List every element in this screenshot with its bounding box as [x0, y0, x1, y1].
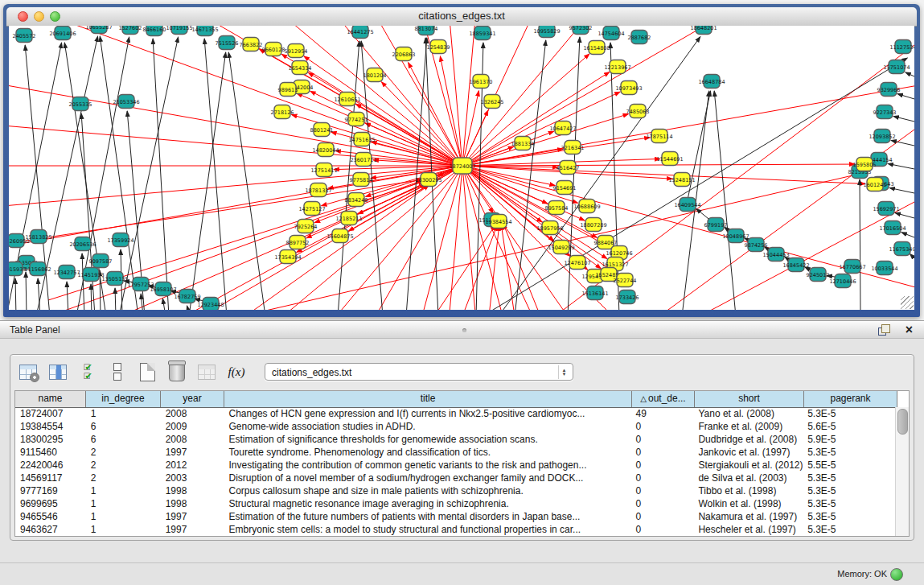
- citation-edge-red[interactable]: [700, 202, 914, 310]
- network-node[interactable]: 14754604: [598, 27, 624, 40]
- network-node[interactable]: 7515526: [216, 36, 239, 50]
- network-node[interactable]: 11127534: [889, 40, 914, 54]
- table-scrollbar[interactable]: [895, 407, 909, 536]
- citation-edge-red[interactable]: [462, 225, 497, 310]
- citation-edge-red[interactable]: [364, 166, 462, 310]
- function-builder-button[interactable]: f(x): [225, 360, 248, 383]
- network-node-selected[interactable]: 7485063: [626, 105, 650, 118]
- network-node[interactable]: 10955829: [533, 26, 560, 38]
- citation-edge-red[interactable]: [16, 179, 422, 242]
- network-canvas[interactable]: 2405572206914061065528715276028466160107…: [9, 26, 914, 310]
- citation-edge-black[interactable]: [714, 91, 736, 310]
- column-header-title[interactable]: title: [224, 391, 632, 407]
- network-node-selected[interactable]: 4516427: [556, 161, 580, 175]
- network-node-selected[interactable]: 1326245: [481, 95, 504, 109]
- network-node-selected[interactable]: 17875114: [646, 130, 672, 143]
- table-row[interactable]: 2242004622012Investigating the contribut…: [15, 459, 896, 472]
- network-node-selected[interactable]: 11544691: [656, 152, 683, 166]
- float-panel-button[interactable]: [878, 324, 890, 336]
- network-node[interactable]: 6799197: [704, 218, 728, 232]
- network-node-selected[interactable]: 8801241: [310, 123, 334, 137]
- network-node-selected[interactable]: 14751635: [348, 133, 375, 146]
- table-row[interactable]: 911546021997Tourette syndrome. Phenomeno…: [15, 446, 896, 459]
- memory-indicator[interactable]: [890, 568, 903, 581]
- network-node-selected[interactable]: 989613: [278, 83, 298, 97]
- network-node[interactable]: 20691406: [49, 27, 76, 40]
- citation-edge-black[interactable]: [515, 40, 546, 310]
- window-resize-grip[interactable]: [901, 296, 914, 309]
- network-node-selected[interactable]: 12213967: [604, 60, 630, 74]
- citation-edge-black[interactable]: [91, 284, 92, 310]
- table-row[interactable]: 1938455462009Genome-wide association stu…: [15, 420, 896, 433]
- network-node[interactable]: 21053346: [113, 95, 139, 109]
- table-panel-header[interactable]: Table Panel ×: [0, 320, 924, 339]
- citation-edge-black[interactable]: [688, 91, 711, 200]
- column-header-out_de[interactable]: △out_de...: [632, 391, 695, 407]
- network-node-selected[interactable]: 10688609: [573, 200, 600, 213]
- close-panel-button[interactable]: ×: [906, 322, 913, 338]
- network-node[interactable]: 16770667: [839, 260, 865, 274]
- citation-edge-red[interactable]: [440, 56, 462, 166]
- network-node-selected[interactable]: 1595805: [853, 158, 877, 171]
- network-node-selected[interactable]: 1961370: [470, 75, 493, 89]
- network-node-selected[interactable]: 8957584: [545, 201, 569, 215]
- column-header-in_degree[interactable]: in_degree: [86, 391, 161, 407]
- citation-edge-red[interactable]: [245, 185, 429, 310]
- citation-edge-black[interactable]: [893, 116, 914, 122]
- network-node[interactable]: 14671355: [191, 26, 218, 36]
- citation-edge-black[interactable]: [897, 94, 914, 99]
- network-node[interactable]: 12342757: [53, 266, 80, 279]
- network-node[interactable]: 2887682: [628, 31, 651, 44]
- citation-edge-black[interactable]: [910, 253, 914, 258]
- network-node-selected[interactable]: 1601241: [864, 178, 887, 192]
- network-node-selected[interactable]: 18807289: [580, 218, 606, 232]
- citation-edge-red[interactable]: [462, 164, 855, 166]
- citation-edge-red[interactable]: [462, 166, 865, 183]
- citation-edge-red[interactable]: [462, 114, 629, 166]
- network-node-selected[interactable]: 8897752: [286, 236, 310, 249]
- network-node-selected[interactable]: 15248151: [668, 173, 695, 187]
- network-node[interactable]: 1527602: [119, 26, 142, 35]
- network-node-selected[interactable]: 7925264: [294, 220, 318, 233]
- network-desktop[interactable]: citations_edges.txt 24055722069140610655…: [0, 0, 924, 320]
- network-node-selected[interactable]: 1881334: [511, 137, 535, 150]
- network-node-selected[interactable]: 3216341: [561, 141, 585, 154]
- network-node[interactable]: 16441275: [347, 26, 373, 39]
- network-graph[interactable]: 2405572206914061065528715276028466160107…: [9, 26, 914, 310]
- network-node[interactable]: 12923448: [197, 298, 224, 311]
- new-table-button[interactable]: [136, 360, 158, 383]
- citation-edge-black[interactable]: [115, 288, 116, 310]
- network-node[interactable]: 15751074: [883, 60, 910, 74]
- citation-edge-black[interactable]: [67, 282, 68, 310]
- network-node[interactable]: 11675349: [889, 242, 914, 256]
- citation-edge-black[interactable]: [889, 187, 914, 193]
- network-node[interactable]: 9227343: [873, 105, 897, 119]
- network-node[interactable]: 13505135: [101, 272, 128, 286]
- table-row[interactable]: 1830029562008Estimation of significance …: [15, 433, 896, 446]
- citation-edge-black[interactable]: [15, 278, 16, 310]
- table-row[interactable]: 969969511998Structural magnetic resonanc…: [15, 497, 896, 510]
- citation-edge-black[interactable]: [888, 163, 914, 169]
- citation-edge-black[interactable]: [162, 299, 166, 310]
- show-columns-button[interactable]: [47, 360, 69, 383]
- network-node-selected[interactable]: 2206863: [392, 47, 416, 61]
- column-header-pagerank[interactable]: pagerank: [804, 391, 897, 407]
- network-node[interactable]: 15136141: [581, 286, 608, 300]
- citation-edge-black[interactable]: [228, 52, 265, 310]
- network-node-selected[interactable]: 9660128: [262, 43, 285, 56]
- network-node[interactable]: 18048967: [722, 229, 749, 243]
- network-node[interactable]: 12710446: [829, 274, 856, 288]
- citation-edge-black[interactable]: [26, 272, 27, 310]
- network-node-selected[interactable]: 2718126: [271, 105, 294, 119]
- citation-edge-red[interactable]: [462, 91, 478, 166]
- column-header-name[interactable]: name: [15, 391, 86, 407]
- network-node[interactable]: 16648784: [698, 75, 725, 89]
- network-node[interactable]: 9329966: [877, 83, 901, 97]
- network-node[interactable]: 9572302: [569, 26, 593, 35]
- network-node-selected[interactable]: 12751411: [310, 163, 337, 177]
- network-hub-node[interactable]: 18724007: [449, 158, 475, 174]
- network-node[interactable]: 9874256: [745, 238, 768, 252]
- network-node-selected[interactable]: 1254839: [427, 40, 450, 54]
- network-node[interactable]: 10655287: [85, 26, 112, 34]
- column-header-short[interactable]: short: [695, 391, 804, 407]
